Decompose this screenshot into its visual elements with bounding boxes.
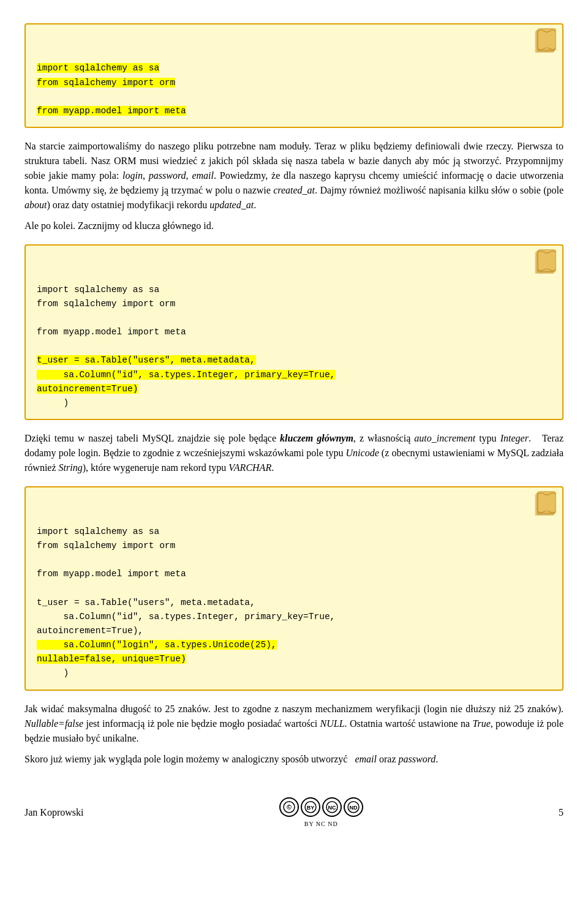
svg-text:ND: ND: [349, 805, 357, 811]
cc-nc-icon: NC: [322, 797, 342, 817]
scroll-decoration-icon-3: [534, 491, 559, 516]
footer-author: Jan Koprowski: [24, 805, 83, 820]
paragraph-3: Dzięki temu w naszej tabeli MySQL znajdz…: [24, 431, 564, 475]
paragraph-4: Jak widać maksymalna długość to 25 znakó…: [24, 702, 564, 746]
code-block-3: import sqlalchemy as sa from sqlalchemy …: [24, 486, 564, 690]
code-block-1: import sqlalchemy as sa from sqlalchemy …: [24, 23, 564, 128]
footer: Jan Koprowski © BY NC: [24, 791, 564, 829]
scroll-decoration-icon-2: [534, 249, 559, 274]
cc-icons-row: © BY NC ND: [279, 797, 363, 817]
creative-commons-badge: © BY NC ND BY NC: [279, 797, 363, 829]
svg-text:BY: BY: [306, 805, 314, 811]
cc-by-icon: BY: [301, 797, 320, 817]
paragraph-1: Na starcie zaimportowaliśmy do naszego p…: [24, 139, 564, 212]
paragraph-2: Ale po kolei. Zacznijmy od klucza główne…: [24, 219, 564, 233]
scroll-decoration-icon: [534, 28, 559, 53]
code-block-2: import sqlalchemy as sa from sqlalchemy …: [24, 244, 564, 420]
code-line: import sqlalchemy as sa from sqlalchemy …: [37, 63, 186, 116]
paragraph-5: Skoro już wiemy jak wygląda pole login m…: [24, 752, 564, 767]
svg-text:NC: NC: [328, 805, 336, 811]
cc-label: BY NC ND: [304, 819, 338, 829]
svg-text:©: ©: [287, 803, 292, 811]
cc-nd-icon: ND: [344, 797, 363, 817]
cc-main-icon: ©: [279, 797, 299, 817]
footer-page: 5: [559, 805, 564, 820]
